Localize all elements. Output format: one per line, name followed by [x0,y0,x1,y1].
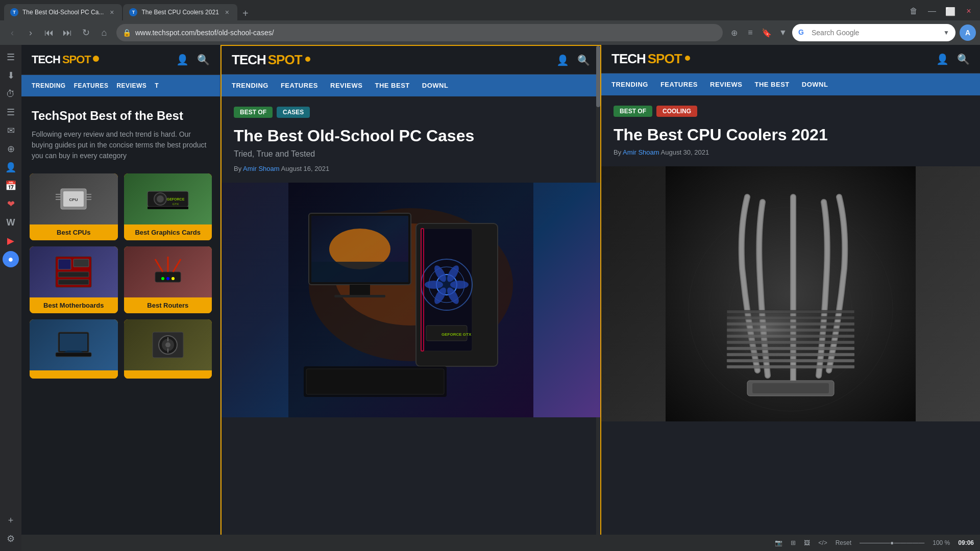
nav-t[interactable]: T [155,75,159,96]
search-icon[interactable]: 🔍 [197,54,210,66]
reader-icon[interactable]: ≡ [743,26,757,40]
left-panel-hero: TechSpot Best of the Best Following ever… [21,96,220,173]
sidebar-nav-icon[interactable]: ☰ [3,49,19,65]
status-screenshot[interactable]: 📷 [775,539,782,546]
right-author-link[interactable]: Amir Shoam [623,148,659,156]
back-button[interactable]: ‹ [4,24,20,41]
right-nav-features[interactable]: FEATURES [660,73,698,95]
card-psu[interactable] [124,319,212,379]
svg-point-53 [450,281,469,289]
minimize-button[interactable]: 🗑 [906,4,921,18]
forward-button[interactable]: › [22,24,39,41]
right-nav-reviews[interactable]: REVIEWS [710,73,742,95]
reload-button[interactable]: ↻ [78,24,94,41]
right-nav-trending[interactable]: TRENDING [611,73,648,95]
search-box[interactable]: G ▼ [792,24,955,41]
right-panel-logo[interactable]: TECHSPOT [611,51,690,67]
address-input-wrap[interactable]: 🔒 [116,24,723,41]
search-input[interactable] [812,29,939,37]
restore-button[interactable]: — [925,4,939,18]
nav-features[interactable]: FEATURES [74,75,109,96]
tab-close-2[interactable]: × [223,8,231,16]
center-panel-logo[interactable]: TECHSPOT [232,52,310,68]
center-nav-features[interactable]: FEATURES [281,74,318,96]
router-card-image [124,246,212,297]
new-tab-button[interactable]: + [238,6,253,20]
logo-text: TECH [32,53,60,66]
search-dropdown[interactable]: ▼ [943,29,949,36]
status-layout[interactable]: ⊞ [791,539,796,546]
right-nav-downl[interactable]: DOWNL [802,73,828,95]
first-page-button[interactable]: ⏮ [41,24,57,41]
user-icon[interactable]: 👤 [176,54,189,66]
bookmark-dropdown[interactable]: ▼ [776,26,790,40]
author-link[interactable]: Amir Shoam [243,165,280,172]
center-nav-thebest[interactable]: THE BEST [375,74,409,96]
center-panel-nav: TRENDING FEATURES REVIEWS THE BEST DOWNL [222,74,600,96]
card-router[interactable]: Best Routers [124,246,212,313]
sidebar-settings-icon[interactable]: ⚙ [3,531,19,547]
profile-button[interactable]: A [960,24,976,41]
close-button[interactable]: × [962,4,976,18]
right-nav-thebest[interactable]: THE BEST [754,73,789,95]
svg-point-24 [161,277,164,280]
center-article-meta: By Amir Shoam August 16, 2021 [234,165,588,172]
left-panel-logo[interactable]: TECHSPOT [32,53,99,66]
card-cpu[interactable]: CPU Best CPUs [30,173,118,240]
center-tag-bestof[interactable]: BEST OF [234,107,273,118]
sidebar-rss-icon[interactable]: ⊕ [3,141,19,157]
status-gallery[interactable]: 🖼 [804,539,810,546]
maximize-button[interactable]: ⬜ [943,4,958,18]
sidebar-contacts-icon[interactable]: 👤 [3,159,19,176]
sidebar-calendar-icon[interactable]: 📅 [3,178,19,194]
status-code[interactable]: </> [818,539,827,546]
sidebar-vivaldi-icon[interactable]: ❤ [3,196,19,212]
sidebar-history-icon[interactable]: ⏱ [3,86,19,102]
sidebar-wikipedia-icon[interactable]: W [3,214,19,231]
sidebar-add-icon[interactable]: + [3,512,19,529]
laptop-card-image [30,319,118,370]
svg-rect-7 [86,196,91,197]
rss-icon[interactable]: ⊕ [727,26,741,40]
tab-title-1: The Best Old-School PC Ca... [22,9,104,16]
sidebar-youtube-icon[interactable]: ▶ [3,233,19,249]
scroll-thumb[interactable] [596,46,600,107]
right-search-icon[interactable]: 🔍 [957,53,970,65]
svg-point-11 [157,195,164,203]
card-laptop[interactable] [30,319,118,379]
bookmark-icon[interactable]: 🔖 [760,26,774,40]
right-user-icon[interactable]: 👤 [936,53,949,65]
hero-desc: Following every review and tech trend is… [32,129,210,161]
right-article-title: The Best CPU Coolers 2021 [614,125,968,144]
sidebar-active-icon[interactable]: ● [3,251,19,267]
center-nav-trending[interactable]: TRENDING [232,74,268,96]
sidebar-notes-icon[interactable]: ☰ [3,104,19,120]
right-tag-row: BEST OF COOLING [614,106,968,117]
current-time: 09:06 [958,539,974,546]
right-tag-cooling[interactable]: COOLING [656,106,697,117]
right-tag-bestof[interactable]: BEST OF [614,106,652,117]
reset-label[interactable]: Reset [836,539,851,546]
zoom-slider[interactable]: —————●————— [860,539,924,546]
nav-reviews[interactable]: REVIEWS [116,75,146,96]
tab-close-1[interactable]: × [108,8,116,16]
center-nav-reviews[interactable]: REVIEWS [330,74,362,96]
last-page-button[interactable]: ⏭ [59,24,76,41]
tab-old-school[interactable]: T The Best Old-School PC Ca... × [4,4,122,20]
address-input[interactable] [135,29,717,37]
sidebar-mail-icon[interactable]: ✉ [3,122,19,139]
router-card-label: Best Routers [124,297,212,313]
card-gpu[interactable]: GEFORCE GTX Best Graphics Cards [124,173,212,240]
center-user-icon[interactable]: 👤 [556,54,569,66]
center-nav-downl[interactable]: DOWNL [422,74,449,96]
home-button[interactable]: ⌂ [96,24,112,41]
right-panel-nav: TRENDING FEATURES REVIEWS THE BEST DOWNL [601,73,980,95]
nav-trending[interactable]: TRENDING [32,75,66,96]
card-mobo[interactable]: Best Motherboards [30,246,118,313]
tab-cpu-coolers[interactable]: T The Best CPU Coolers 2021 × [123,4,237,20]
sidebar-downloads-icon[interactable]: ⬇ [3,67,19,84]
right-publish-date: August 30, 2021 [661,148,709,156]
svg-point-56 [425,281,443,289]
center-tag-cases[interactable]: CASES [277,107,310,118]
center-search-icon[interactable]: 🔍 [577,54,590,66]
